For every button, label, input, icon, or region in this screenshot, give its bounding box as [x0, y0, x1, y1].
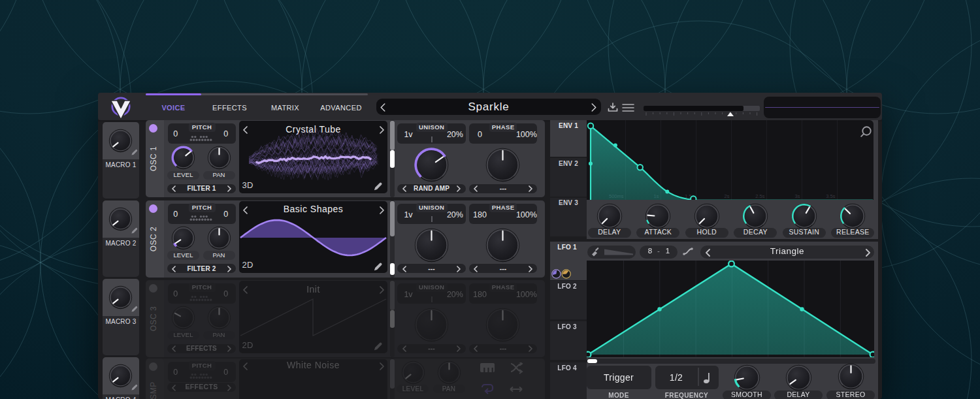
svg-text:3s: 3s — [794, 193, 800, 199]
svg-text:2.5s: 2.5s — [755, 193, 764, 199]
svg-text:2s: 2s — [724, 193, 729, 199]
svg-text:3.5s: 3.5s — [826, 193, 835, 199]
